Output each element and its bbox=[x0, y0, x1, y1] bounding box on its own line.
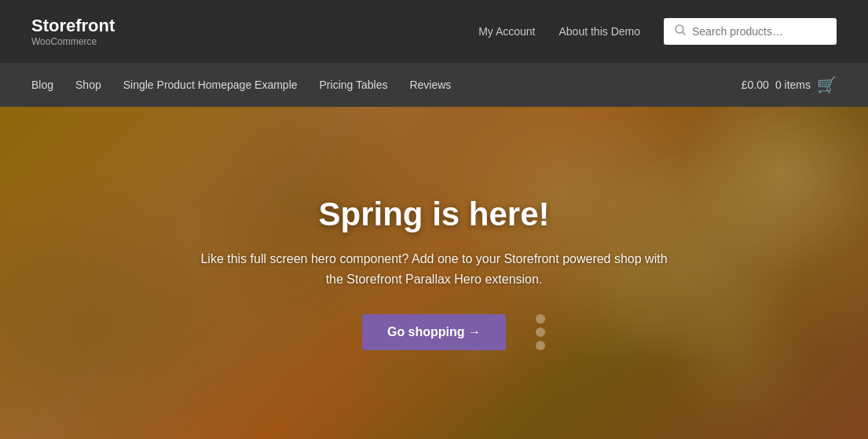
brand: Storefront WooCommerce bbox=[31, 16, 115, 47]
brand-subtitle: WooCommerce bbox=[31, 36, 115, 47]
hero-content: Spring is here! Like this full screen he… bbox=[159, 196, 709, 350]
my-account-link[interactable]: My Account bbox=[478, 25, 535, 38]
cart-area[interactable]: £0.00 0 items 🛒 bbox=[742, 75, 837, 94]
about-demo-link[interactable]: About this Demo bbox=[559, 25, 641, 38]
nav-links: Blog Shop Single Product Homepage Exampl… bbox=[31, 79, 451, 91]
search-icon bbox=[675, 24, 686, 38]
scroll-dot-2 bbox=[536, 327, 545, 337]
cart-items-label: 0 items bbox=[775, 79, 811, 91]
nav-single-product[interactable]: Single Product Homepage Example bbox=[123, 79, 298, 91]
hero-description: Like this full screen hero component? Ad… bbox=[191, 249, 678, 289]
hero-button-container: Go shopping → bbox=[362, 314, 506, 350]
svg-line-1 bbox=[683, 32, 685, 35]
top-bar: Storefront WooCommerce My Account About … bbox=[0, 0, 868, 63]
scroll-dots bbox=[536, 314, 545, 350]
top-bar-right: My Account About this Demo bbox=[478, 18, 837, 45]
brand-title[interactable]: Storefront bbox=[31, 16, 115, 36]
nav-bar: Blog Shop Single Product Homepage Exampl… bbox=[0, 63, 868, 107]
scroll-dot-3 bbox=[536, 341, 545, 350]
go-shopping-button[interactable]: Go shopping → bbox=[362, 314, 506, 350]
nav-shop[interactable]: Shop bbox=[75, 79, 101, 91]
hero-title: Spring is here! bbox=[191, 196, 678, 233]
hero-section: Spring is here! Like this full screen he… bbox=[0, 107, 868, 439]
nav-reviews[interactable]: Reviews bbox=[409, 79, 451, 91]
nav-pricing-tables[interactable]: Pricing Tables bbox=[320, 79, 388, 91]
cart-icon: 🛒 bbox=[817, 75, 837, 94]
search-box bbox=[664, 18, 837, 45]
cart-amount: £0.00 bbox=[742, 79, 769, 91]
search-input[interactable] bbox=[692, 25, 826, 38]
scroll-dot-1 bbox=[536, 314, 545, 324]
nav-blog[interactable]: Blog bbox=[31, 79, 53, 91]
